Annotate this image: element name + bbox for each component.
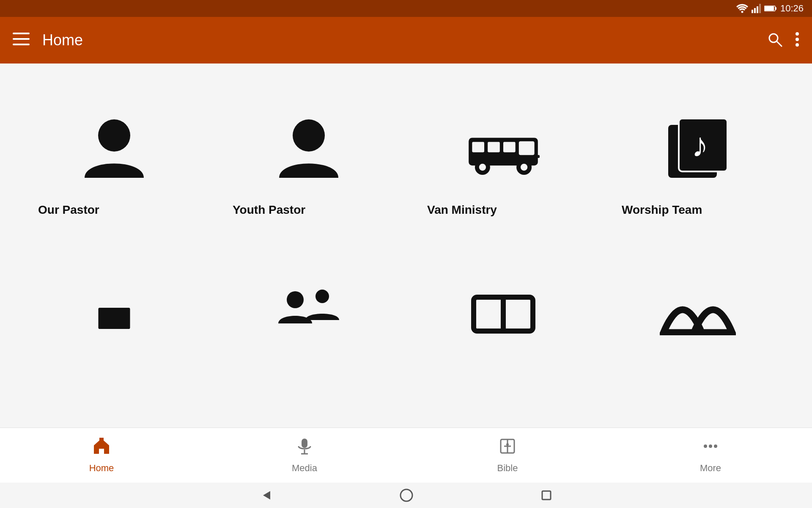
- our-pastor-label: Our Pastor: [34, 203, 99, 217]
- second-row-item-1[interactable]: [25, 251, 203, 335]
- status-bar: 10:26: [0, 0, 812, 17]
- status-time: 10:26: [780, 3, 804, 14]
- nav-bible-label: Bible: [497, 463, 518, 474]
- nav-more[interactable]: More: [609, 437, 812, 474]
- recents-button[interactable]: [540, 489, 552, 501]
- battery-icon: [764, 5, 777, 12]
- svg-point-15: [796, 43, 799, 47]
- svg-rect-22: [503, 142, 516, 152]
- svg-point-14: [796, 38, 799, 41]
- second-row-item-2[interactable]: [220, 251, 398, 335]
- system-nav: [0, 483, 812, 508]
- svg-rect-3: [757, 6, 758, 13]
- worship-team-icon: ♪: [617, 106, 778, 190]
- our-pastor-item[interactable]: Our Pastor: [25, 89, 203, 234]
- youth-pastor-icon: [228, 106, 389, 190]
- van-ministry-icon: [423, 106, 584, 190]
- van-ministry-item[interactable]: Van Ministry: [414, 89, 592, 234]
- our-pastor-icon: [34, 106, 195, 190]
- nav-home[interactable]: Home: [0, 437, 203, 474]
- svg-point-45: [704, 444, 707, 448]
- svg-rect-21: [488, 142, 500, 152]
- main-content: Our Pastor Youth Pastor: [0, 64, 812, 428]
- svg-point-49: [401, 489, 412, 501]
- nav-media-label: Media: [292, 463, 317, 474]
- svg-rect-7: [775, 7, 776, 10]
- svg-rect-8: [13, 33, 30, 34]
- svg-point-46: [709, 444, 712, 448]
- cell-signal-icon: [752, 4, 761, 13]
- svg-point-47: [714, 444, 717, 448]
- search-button[interactable]: [767, 32, 782, 49]
- mic-icon: [295, 437, 314, 459]
- wifi-icon: [736, 4, 748, 13]
- svg-rect-19: [519, 141, 535, 155]
- svg-rect-27: [535, 155, 540, 158]
- back-button[interactable]: [260, 489, 272, 502]
- svg-rect-31: [99, 308, 130, 329]
- status-icons: 10:26: [736, 3, 804, 14]
- svg-point-32: [287, 291, 304, 308]
- menu-button[interactable]: [13, 33, 30, 48]
- youth-pastor-label: Youth Pastor: [228, 203, 305, 217]
- nav-bible[interactable]: Bible: [406, 437, 609, 474]
- nav-media[interactable]: Media: [203, 437, 406, 474]
- svg-line-12: [777, 41, 782, 46]
- svg-point-17: [293, 119, 325, 152]
- second-row-icon-4: [617, 268, 778, 335]
- svg-rect-37: [99, 438, 104, 441]
- van-ministry-label: Van Ministry: [423, 203, 497, 217]
- svg-marker-48: [263, 491, 270, 500]
- svg-point-33: [315, 290, 329, 303]
- svg-point-16: [98, 119, 130, 152]
- svg-rect-4: [759, 4, 761, 13]
- worship-team-item[interactable]: ♪ Worship Team: [609, 89, 787, 234]
- svg-rect-9: [13, 38, 30, 40]
- svg-rect-20: [472, 142, 484, 152]
- second-row-icon-1: [34, 268, 195, 335]
- app-bar: Home: [0, 17, 812, 64]
- more-button[interactable]: [795, 32, 799, 49]
- bible-icon: [498, 437, 517, 459]
- home-system-button[interactable]: [399, 488, 414, 502]
- svg-rect-38: [302, 439, 307, 448]
- second-row-grid: [25, 251, 787, 335]
- app-bar-actions: [767, 32, 799, 49]
- bottom-nav: Home Media Bible: [0, 428, 812, 483]
- second-row-item-3[interactable]: [414, 251, 592, 335]
- youth-pastor-item[interactable]: Youth Pastor: [220, 89, 398, 234]
- svg-point-13: [796, 32, 799, 36]
- second-row-icon-3: [423, 268, 584, 335]
- svg-point-26: [521, 164, 527, 171]
- menu-grid: Our Pastor Youth Pastor: [25, 89, 787, 234]
- svg-rect-2: [754, 8, 756, 13]
- svg-point-0: [741, 11, 743, 13]
- svg-point-24: [479, 164, 486, 171]
- svg-rect-10: [13, 44, 30, 45]
- second-row-item-4[interactable]: [609, 251, 787, 335]
- svg-rect-1: [752, 10, 753, 13]
- worship-team-label: Worship Team: [617, 203, 702, 217]
- home-icon: [92, 437, 111, 459]
- nav-more-label: More: [700, 463, 721, 474]
- nav-home-label: Home: [89, 463, 114, 474]
- svg-rect-50: [542, 491, 551, 500]
- more-dots-icon: [701, 437, 720, 459]
- svg-rect-6: [765, 6, 774, 11]
- second-row-icon-2: [228, 268, 389, 335]
- app-bar-title: Home: [42, 31, 767, 49]
- svg-text:♪: ♪: [691, 126, 708, 164]
